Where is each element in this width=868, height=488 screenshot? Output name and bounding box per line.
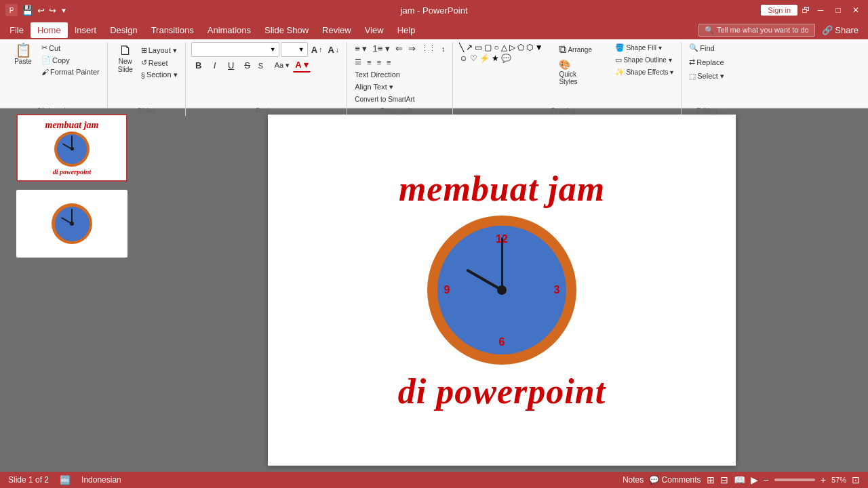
- italic-button[interactable]: I: [208, 59, 222, 72]
- ribbon-group-slides: 🗋 NewSlide ⊞ Layout ▾ ↺ Reset § Section …: [108, 42, 186, 116]
- slide-2-thumbnail[interactable]: [16, 190, 127, 258]
- sign-in-button[interactable]: Sign in: [761, 5, 797, 16]
- notes-button[interactable]: Notes: [623, 475, 644, 485]
- bold-button[interactable]: B: [191, 59, 206, 72]
- shape-star[interactable]: ★: [491, 53, 500, 64]
- shape-rect[interactable]: ▭: [474, 42, 483, 53]
- customize-btn[interactable]: ▼: [60, 7, 67, 14]
- quick-styles-button[interactable]: 🎨 QuickStyles: [556, 58, 610, 87]
- menu-animations[interactable]: Animations: [201, 22, 258, 38]
- thumb-2-clock-inner: [55, 207, 90, 241]
- zoom-in-icon[interactable]: +: [821, 474, 826, 485]
- shape-rtarrow[interactable]: ▷: [509, 42, 516, 53]
- paste-button[interactable]: 📋 Paste: [8, 42, 38, 67]
- shape-effects-button[interactable]: ✨ Shape Effects ▾: [613, 66, 675, 78]
- menu-file[interactable]: File: [3, 22, 31, 38]
- font-size-selector[interactable]: ▼: [281, 42, 308, 57]
- increase-indent-button[interactable]: ⇒: [406, 42, 418, 55]
- reset-button[interactable]: ↺ Reset: [139, 57, 180, 68]
- convert-smartart-button[interactable]: Convert to SmartArt: [353, 94, 416, 104]
- normal-view-icon[interactable]: ⊞: [707, 474, 715, 485]
- numbering-button[interactable]: 1≡ ▾: [370, 42, 391, 55]
- replace-label: Replace: [696, 58, 724, 66]
- menu-insert[interactable]: Insert: [68, 22, 104, 38]
- font-color-button[interactable]: A ▾: [293, 58, 311, 73]
- section-button[interactable]: § Section ▾: [139, 69, 180, 81]
- menu-transitions[interactable]: Transitions: [144, 22, 201, 38]
- menu-home[interactable]: Home: [31, 22, 68, 38]
- find-button[interactable]: 🔍 Find: [687, 42, 716, 54]
- reading-view-icon[interactable]: 📖: [734, 474, 745, 485]
- shape-circle[interactable]: ○: [493, 42, 499, 53]
- restore-icon[interactable]: 🗗: [802, 5, 810, 15]
- font-name-selector[interactable]: ▼: [191, 42, 279, 57]
- shape-arrow[interactable]: ↗: [465, 42, 473, 53]
- menu-review[interactable]: Review: [315, 22, 358, 38]
- shadow-button[interactable]: S: [256, 60, 271, 71]
- select-button[interactable]: ⬚ Select ▾: [687, 70, 726, 82]
- slide-1-thumbnail[interactable]: membuat jam di powerpoint: [16, 114, 127, 182]
- share-button[interactable]: 🔗 Share: [815, 24, 865, 37]
- minimize-btn[interactable]: ─: [814, 3, 827, 17]
- slide-canvas[interactable]: membuat jam 12 3 6 9 di power: [268, 115, 736, 466]
- save-btn[interactable]: 💾: [22, 5, 33, 16]
- align-right-button[interactable]: ≡: [375, 57, 383, 68]
- align-left-button[interactable]: ☰: [353, 56, 363, 68]
- shape-outline-button[interactable]: ▭ Shape Outline ▾: [613, 54, 675, 66]
- shape-hex[interactable]: ⬡: [526, 42, 534, 53]
- shape-smiley[interactable]: ☺: [458, 53, 468, 64]
- comments-button[interactable]: 💬 Comments: [649, 475, 701, 485]
- redo-btn[interactable]: ↪: [49, 5, 56, 16]
- columns-button[interactable]: ⋮⋮: [419, 43, 438, 54]
- paragraph-row4: Align Text ▾: [353, 81, 395, 93]
- ribbon-group-editing: 🔍 Find ⇄ Replace ⬚ Select ▾ Editing: [682, 42, 732, 116]
- align-center-button[interactable]: ≡: [365, 57, 373, 68]
- zoom-out-icon[interactable]: −: [764, 474, 769, 485]
- shape-heart[interactable]: ♡: [469, 53, 478, 64]
- shape-more[interactable]: ▼: [534, 42, 544, 53]
- shape-line[interactable]: ╲: [458, 42, 465, 53]
- underline-button[interactable]: U: [224, 59, 239, 72]
- text-direction-button[interactable]: Text Direction: [353, 69, 402, 80]
- undo-btn[interactable]: ↩: [37, 5, 45, 16]
- shape-fill-button[interactable]: 🪣 Shape Fill ▾: [613, 42, 675, 54]
- font-size-dropdown-icon: ▼: [298, 46, 304, 53]
- slide-sorter-icon[interactable]: ⊟: [720, 474, 728, 485]
- copy-button[interactable]: 📄 Copy: [39, 54, 102, 66]
- layout-button[interactable]: ⊞ Layout ▾: [139, 45, 180, 56]
- menu-slideshow[interactable]: Slide Show: [258, 22, 315, 38]
- spelling-icon[interactable]: 🔤: [60, 475, 71, 485]
- language-label[interactable]: Indonesian: [81, 475, 121, 485]
- zoom-slider[interactable]: [774, 479, 815, 481]
- strikethrough-button[interactable]: S: [240, 59, 255, 72]
- align-text-button[interactable]: Align Text ▾: [353, 81, 395, 93]
- cut-button[interactable]: ✂ Cut: [39, 42, 102, 54]
- menu-view[interactable]: View: [358, 22, 391, 38]
- arrange-button[interactable]: ⧉ Arrange: [556, 42, 610, 57]
- line-spacing-button[interactable]: ↕: [439, 43, 448, 54]
- help-search-box[interactable]: 🔍 Tell me what you want to do: [698, 24, 815, 37]
- clock-outer[interactable]: 12 3 6 9: [427, 216, 576, 365]
- fit-slide-icon[interactable]: ⊡: [852, 474, 860, 485]
- drawing-effects: 🪣 Shape Fill ▾ ▭ Shape Outline ▾ ✨ Shape…: [613, 42, 675, 78]
- copy-icon: 📄: [41, 56, 51, 64]
- shape-rounded-rect[interactable]: ▢: [484, 42, 492, 53]
- menu-design[interactable]: Design: [103, 22, 144, 38]
- menu-help[interactable]: Help: [391, 22, 422, 38]
- decrease-font-button[interactable]: A↓: [326, 43, 341, 56]
- close-btn[interactable]: ✕: [849, 3, 863, 17]
- decrease-indent-button[interactable]: ⇐: [393, 42, 405, 55]
- shape-pentagon[interactable]: ⬠: [517, 42, 525, 53]
- increase-font-button[interactable]: A↑: [309, 43, 325, 56]
- change-case-button[interactable]: Aa ▾: [273, 60, 292, 71]
- format-painter-button[interactable]: 🖌 Format Painter: [39, 66, 102, 77]
- maximize-btn[interactable]: □: [831, 3, 845, 17]
- shape-callout[interactable]: 💬: [500, 53, 512, 64]
- new-slide-button[interactable]: 🗋 NewSlide: [113, 42, 138, 75]
- shape-triangle[interactable]: △: [500, 42, 508, 53]
- shape-lightning[interactable]: ⚡: [479, 53, 490, 64]
- slideshow-icon[interactable]: ▶: [751, 474, 758, 485]
- replace-button[interactable]: ⇄ Replace: [687, 56, 726, 68]
- justify-button[interactable]: ≡: [384, 57, 393, 68]
- bullets-button[interactable]: ≡ ▾: [353, 42, 369, 55]
